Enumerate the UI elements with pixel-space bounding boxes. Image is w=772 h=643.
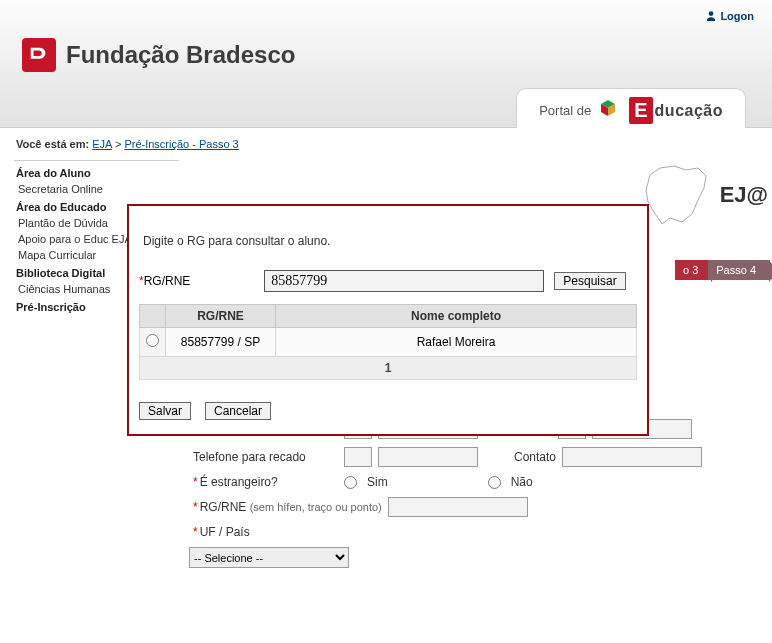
- logon-link[interactable]: Logon: [705, 10, 754, 24]
- col-select: [140, 305, 166, 328]
- results-table: RG/RNE Nome completo 85857799 / SP Rafae…: [139, 304, 637, 357]
- col-nome: Nome completo: [276, 305, 637, 328]
- rg-input[interactable]: [388, 497, 528, 517]
- salvar-button[interactable]: Salvar: [139, 402, 191, 420]
- contato-label: Contato: [514, 450, 556, 464]
- row-rg: 85857799 / SP: [166, 328, 276, 357]
- col-rg: RG/RNE: [166, 305, 276, 328]
- breadcrumb-passo3-link[interactable]: Pré-Inscrição - Passo 3: [124, 138, 238, 150]
- sidebar-group-aluno: Área do Aluno: [16, 167, 179, 179]
- modal-prompt: Digite o RG para consultar o aluno.: [143, 234, 637, 248]
- logon-label: Logon: [720, 10, 754, 22]
- ej-label: EJ@: [720, 182, 768, 208]
- brand-text: Fundação Bradesco: [66, 41, 295, 69]
- step4-badge: Passo 4: [708, 260, 770, 280]
- estrangeiro-label: É estrangeiro?: [200, 475, 278, 489]
- modal-rg-label: RG/RNE: [144, 274, 191, 288]
- brand-logo: Fundação Bradesco: [22, 38, 295, 72]
- recado-num[interactable]: [378, 447, 478, 467]
- user-icon: [705, 10, 717, 24]
- map-brazil: EJ@: [640, 160, 768, 230]
- step-tracker: o 3 Passo 4: [679, 260, 770, 280]
- pager[interactable]: 1: [139, 357, 637, 380]
- row-nome: Rafael Moreira: [276, 328, 637, 357]
- portal-tab: Portal de E ducação: [516, 88, 746, 128]
- table-row: 85857799 / SP Rafael Moreira: [140, 328, 637, 357]
- brand-mark-icon: [22, 38, 56, 72]
- edu-e-icon: E: [629, 97, 652, 124]
- portal-prefix: Portal de: [539, 103, 591, 118]
- pesquisar-button[interactable]: Pesquisar: [554, 272, 625, 290]
- rg-lookup-modal: Digite o RG para consultar o aluno. *RG/…: [127, 204, 649, 436]
- breadcrumb-label: Você está em:: [16, 138, 89, 150]
- uf-select[interactable]: -- Selecione --: [189, 547, 349, 568]
- edu-rest: ducação: [655, 102, 723, 120]
- brazil-map-icon: [640, 160, 714, 230]
- tel-recado-label: Telefone para recado: [189, 450, 344, 464]
- sidebar-item-secretaria[interactable]: Secretaria Online: [18, 183, 179, 195]
- step3-badge: o 3: [675, 260, 712, 280]
- row-select-radio[interactable]: [146, 334, 159, 347]
- contato-input[interactable]: [562, 447, 702, 467]
- app-header: Logon Fundação Bradesco Portal de E duca…: [0, 0, 772, 128]
- cube-icon: [597, 100, 619, 122]
- estrangeiro-sim-radio[interactable]: [344, 476, 357, 489]
- breadcrumb: Você está em: EJA > Pré-Inscrição - Pass…: [0, 128, 772, 160]
- modal-rg-input[interactable]: [264, 270, 544, 292]
- recado-ddd[interactable]: [344, 447, 372, 467]
- uf-label: UF / País: [200, 525, 250, 539]
- estrangeiro-nao-radio[interactable]: [488, 476, 501, 489]
- breadcrumb-eja-link[interactable]: EJA: [92, 138, 112, 150]
- rg-label: RG/RNE: [200, 500, 247, 514]
- cancelar-button[interactable]: Cancelar: [205, 402, 271, 420]
